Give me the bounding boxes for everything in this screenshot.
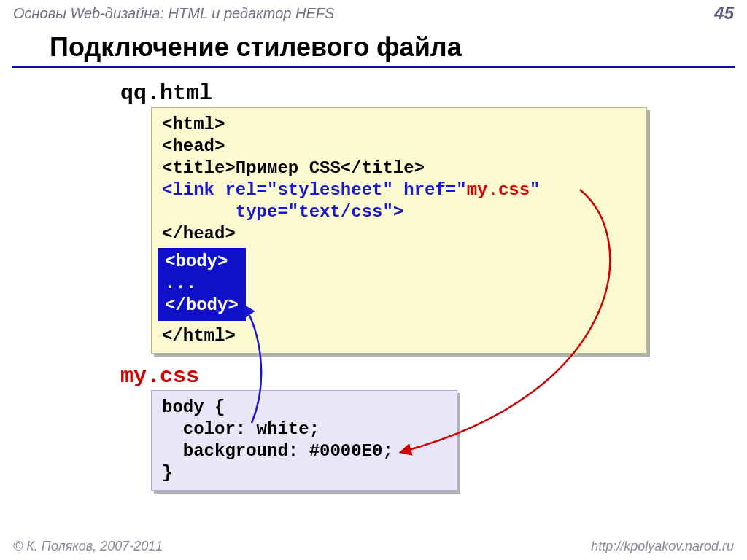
slide-title: Подключение стилевого файла: [12, 25, 735, 68]
topic-text: Основы Web-дизайна: HTML и редактор HEFS: [13, 5, 334, 22]
code-line: color: white;: [162, 419, 446, 440]
code-line: }: [162, 462, 446, 484]
footer-url: http://kpolyakov.narod.ru: [591, 539, 734, 554]
copyright-text: © К. Поляков, 2007-2011: [13, 539, 163, 554]
slide-footer: © К. Поляков, 2007-2011 http://kpolyakov…: [13, 539, 734, 554]
slide-content: qq.html <html> <head> <title>Пример CSS<…: [0, 81, 747, 491]
html-filename: qq.html: [120, 81, 747, 106]
css-filename: my.css: [120, 364, 747, 389]
page-number: 45: [714, 3, 734, 23]
body-highlight-block: <body> ... </body>: [158, 248, 246, 321]
css-code-box: body { color: white; background: #0000E0…: [151, 390, 457, 491]
code-line: <html>: [162, 114, 636, 136]
code-line: type="text/css">: [162, 201, 636, 223]
code-line: </head>: [162, 223, 636, 245]
code-line: <head>: [162, 136, 636, 158]
code-line: <link rel="stylesheet" href="my.css": [162, 179, 636, 201]
code-line: <title>Пример CSS</title>: [162, 158, 636, 179]
code-line: body {: [162, 397, 446, 419]
html-code-box: <html> <head> <title>Пример CSS</title> …: [151, 107, 647, 354]
code-line: background: #0000E0;: [162, 440, 446, 462]
slide-header: Основы Web-дизайна: HTML и редактор HEFS…: [0, 0, 747, 25]
code-line: </html>: [162, 325, 636, 347]
